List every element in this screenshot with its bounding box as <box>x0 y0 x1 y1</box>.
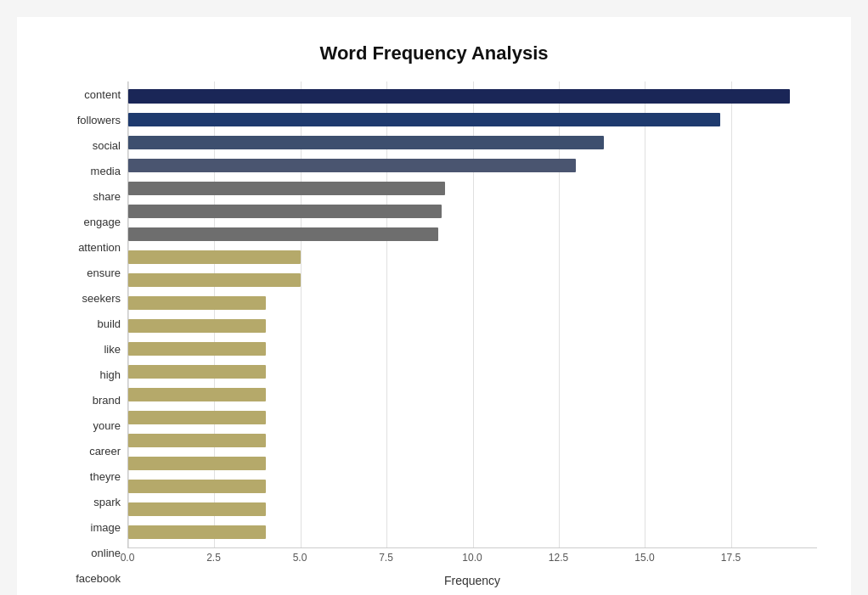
y-label-followers: followers <box>77 115 121 126</box>
y-label-high: high <box>99 369 121 380</box>
bar-row-like <box>128 314 817 337</box>
y-label-image: image <box>91 522 121 533</box>
x-tick-7.5: 7.5 <box>379 552 393 564</box>
bar-row-media <box>128 154 817 177</box>
bar-ensure <box>128 250 301 264</box>
bar-youre <box>128 388 266 401</box>
x-axis-label: Frequency <box>127 574 817 587</box>
y-label-seekers: seekers <box>82 293 121 304</box>
bar-spark <box>128 457 266 470</box>
bar-row-followers <box>128 108 817 131</box>
bar-row-high <box>128 338 817 361</box>
x-tick-5: 5.0 <box>293 552 307 564</box>
bar-brand <box>128 365 266 379</box>
bar-row-share <box>128 177 817 199</box>
y-label-attention: attention <box>78 242 121 253</box>
bar-row-attention <box>128 222 817 245</box>
y-label-media: media <box>91 166 121 177</box>
bar-row-online <box>128 498 817 521</box>
bar-row-facebook <box>128 521 817 544</box>
y-label-facebook: facebook <box>76 573 121 584</box>
bar-high <box>128 342 266 356</box>
bar-row-engage <box>128 199 817 222</box>
x-ticks: 0.02.55.07.510.012.515.017.5 <box>127 552 817 569</box>
bar-media <box>128 159 576 172</box>
bar-engage <box>128 205 442 218</box>
x-tick-17.5: 17.5 <box>721 552 741 564</box>
chart-title: Word Frequency Analysis <box>51 42 817 65</box>
y-label-build: build <box>98 318 121 329</box>
y-label-brand: brand <box>93 395 121 406</box>
bar-theyre <box>128 434 266 447</box>
bar-row-image <box>128 475 817 498</box>
y-label-career: career <box>89 446 121 457</box>
bar-row-content <box>128 85 817 108</box>
bar-like <box>128 319 266 333</box>
x-tick-10: 10.0 <box>462 552 482 564</box>
chart-area: contentfollowerssocialmediashareengageat… <box>51 81 817 591</box>
bar-row-ensure <box>128 245 817 268</box>
bar-career <box>128 411 266 424</box>
bar-row-career <box>128 407 817 429</box>
y-axis-labels: contentfollowerssocialmediashareengageat… <box>51 81 127 591</box>
bar-attention <box>128 227 438 241</box>
bar-seekers <box>128 273 301 287</box>
bar-content <box>128 89 790 103</box>
x-tick-2.5: 2.5 <box>206 552 221 564</box>
x-tick-15: 15.0 <box>634 552 654 564</box>
x-tick-0: 0.0 <box>121 552 135 564</box>
bar-followers <box>128 113 720 126</box>
bar-build <box>128 296 266 310</box>
y-label-theyre: theyre <box>90 471 121 482</box>
y-label-online: online <box>91 547 121 559</box>
bar-image <box>128 480 266 493</box>
chart-container: Word Frequency Analysis contentfollowers… <box>17 17 851 595</box>
bar-row-theyre <box>128 429 817 452</box>
bar-share <box>128 182 445 195</box>
x-axis: 0.02.55.07.510.012.515.017.5 Frequency <box>127 548 817 591</box>
bars-inner <box>128 81 817 547</box>
bar-row-youre <box>128 384 817 407</box>
bar-row-brand <box>128 361 817 384</box>
y-label-like: like <box>104 344 121 355</box>
y-label-share: share <box>93 191 121 202</box>
y-label-engage: engage <box>84 216 121 227</box>
bar-facebook <box>128 525 266 539</box>
bars-area <box>127 81 817 548</box>
bar-online <box>128 502 266 516</box>
y-label-ensure: ensure <box>87 267 121 278</box>
y-label-youre: youre <box>93 420 121 431</box>
y-label-social: social <box>93 140 121 151</box>
y-label-content: content <box>84 89 121 100</box>
bars-and-x: 0.02.55.07.510.012.515.017.5 Frequency <box>127 81 817 591</box>
bar-row-social <box>128 131 817 154</box>
bar-social <box>128 136 604 149</box>
bar-row-build <box>128 291 817 314</box>
y-label-spark: spark <box>93 497 121 508</box>
bar-row-spark <box>128 452 817 475</box>
bar-row-seekers <box>128 268 817 291</box>
x-tick-12.5: 12.5 <box>549 552 568 564</box>
